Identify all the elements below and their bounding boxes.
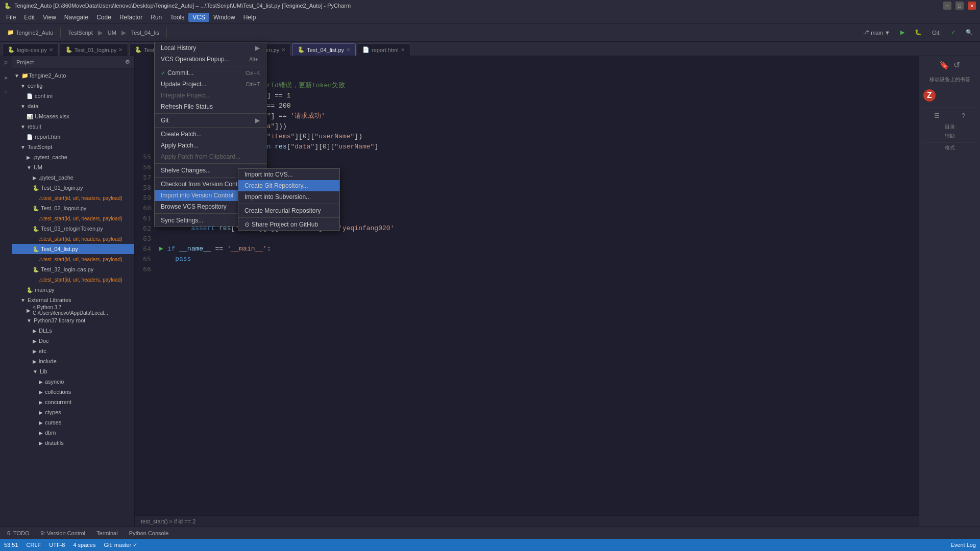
favorites-strip-icon[interactable]: ★: [1, 72, 11, 83]
debug-button[interactable]: 🐛: [912, 27, 925, 39]
tab-login-cas[interactable]: 🐍 login-cas.py ✕: [2, 43, 59, 56]
menu-vcs[interactable]: VCS: [188, 13, 209, 22]
event-log[interactable]: Event Log: [950, 542, 976, 548]
git-check[interactable]: ✓: [948, 27, 959, 39]
menu-view[interactable]: View: [39, 13, 60, 22]
tree-item-test02-method[interactable]: ⚠ test_start(id, url, headers, payload): [12, 213, 134, 223]
tree-item-umcases[interactable]: 📊 UMcases.xlsx: [12, 111, 134, 121]
bottom-tab-terminal[interactable]: Terminal: [91, 529, 123, 537]
maximize-button[interactable]: □: [955, 2, 964, 10]
tree-item-testscript[interactable]: ▼ TestScript: [12, 142, 134, 152]
tree-root[interactable]: ▼ 📁 Tengine2_Auto: [12, 70, 134, 81]
import-mercurial[interactable]: Create Mercurial Repository: [238, 205, 339, 216]
tree-item-python37-path[interactable]: ▶ < Python 3.7 C:\Users\lenovo\AppData\L…: [12, 305, 134, 315]
tree-item-concurrent[interactable]: ▶ concurrent: [12, 397, 134, 407]
tree-item-data[interactable]: ▼ data: [12, 101, 134, 111]
tree-item-test03-method[interactable]: ⚠ test_start(id, url, headers, payload): [12, 234, 134, 244]
tree-item-test04[interactable]: 🐍 Test_04_list.py: [12, 244, 134, 254]
tree-item-test03[interactable]: 🐍 Test_03_reloginToken.py: [12, 223, 134, 234]
html-icon: 📄: [27, 134, 33, 140]
menu-navigate[interactable]: Navigate: [60, 13, 92, 22]
tree-item-main[interactable]: 🐍 main.py: [12, 285, 134, 295]
close-button[interactable]: ✕: [968, 2, 976, 10]
vcs-update[interactable]: Update Project... Ctrl+T: [155, 79, 266, 90]
vcs-integrate[interactable]: Integrate Project...: [155, 90, 266, 101]
import-github[interactable]: ⊙ Share Project on GitHub: [238, 219, 339, 230]
tab-close[interactable]: ✕: [281, 47, 285, 53]
vcs-apply-patch-clipboard[interactable]: Apply Patch from Clipboard...: [155, 151, 266, 162]
project-strip-icon[interactable]: P: [1, 58, 11, 68]
tree-item-curses[interactable]: ▶ curses: [12, 417, 134, 428]
menu-tools[interactable]: Tools: [166, 13, 188, 22]
tree-item-ctypes[interactable]: ▶ ctypes: [12, 407, 134, 417]
tree-item-include[interactable]: ▶ include: [12, 356, 134, 366]
expand-icon: ▼: [20, 83, 26, 89]
tree-item-test01[interactable]: 🐍 Test_01_login.py: [12, 183, 134, 193]
run-button[interactable]: ▶: [897, 27, 908, 39]
menu-code[interactable]: Code: [92, 13, 115, 22]
tree-item-distutils[interactable]: ▶ distutils: [12, 438, 134, 448]
structure-strip-icon[interactable]: ≡: [1, 87, 11, 97]
tree-item-dlls[interactable]: ▶ DLLs: [12, 325, 134, 336]
file-breadcrumb[interactable]: Test_04_lis: [128, 27, 162, 39]
vcs-refresh[interactable]: Refresh File Status: [155, 101, 266, 112]
import-svn[interactable]: Import into Subversion...: [238, 191, 339, 203]
bottom-tab-python[interactable]: Python Console: [124, 529, 174, 537]
project-selector[interactable]: 📁 Tengine2_Auto: [4, 27, 56, 39]
vcs-operations-popup[interactable]: VCS Operations Popup... Alt+`: [155, 54, 266, 65]
tree-item-confini[interactable]: 📄 conf.ini: [12, 91, 134, 101]
vcs-local-history[interactable]: Local History ▶: [155, 42, 266, 54]
tree-item-report[interactable]: 📄 report.html: [12, 132, 134, 142]
tree-item-result[interactable]: ▼ result: [12, 121, 134, 132]
tab-test04[interactable]: 🐍 Test_04_list.py ✕: [292, 43, 356, 56]
tree-item-pytest-cache[interactable]: ▶ .pytest_cache: [12, 152, 134, 162]
tree-item-collections[interactable]: ▶ collections: [12, 387, 134, 397]
tree-item-config[interactable]: ▼ config: [12, 81, 134, 91]
search-everywhere-button[interactable]: 🔍: [963, 27, 976, 39]
tree-item-lib[interactable]: ▼ Lib: [12, 366, 134, 377]
tree-item-test32[interactable]: 🐍 Test_32_login-cas.py: [12, 264, 134, 274]
tree-item-pytest-cache2[interactable]: ▶ .pytest_cache: [12, 172, 134, 183]
test-script-breadcrumb[interactable]: TestScript: [65, 27, 95, 39]
tab-report[interactable]: 📄 report.html ✕: [357, 43, 410, 56]
import-create-git[interactable]: Create Git Repository...: [238, 180, 339, 191]
vcs-git[interactable]: Git ▶: [155, 115, 266, 126]
menu-help[interactable]: Help: [239, 13, 260, 22]
vcs-apply-patch[interactable]: Apply Patch...: [155, 140, 266, 151]
help-icon[interactable]: ?: [962, 112, 965, 119]
tree-item-doc[interactable]: ▶ Doc: [12, 336, 134, 346]
minimize-button[interactable]: ─: [943, 2, 951, 10]
tab-close[interactable]: ✕: [401, 47, 405, 53]
tab-close[interactable]: ✕: [346, 47, 350, 53]
tree-item-test32-method[interactable]: ⚠ test_start(id, url, headers, payload): [12, 274, 134, 285]
tree-item-external-libs[interactable]: ▼ External Libraries: [12, 295, 134, 305]
tab-test01[interactable]: 🐍 Test_01_login.py ✕: [60, 43, 129, 56]
import-cvs[interactable]: Import into CVS...: [238, 169, 339, 180]
tree-item-dbm[interactable]: ▶ dbm: [12, 428, 134, 438]
sidebar-settings-icon[interactable]: ⚙: [125, 59, 130, 65]
vcs-create-patch[interactable]: Create Patch...: [155, 129, 266, 140]
bottom-tab-todo[interactable]: 6: TODO: [2, 529, 35, 537]
tree-item-test01-method[interactable]: ⚠ test_start(id, url, headers, payload): [12, 193, 134, 203]
tab-close[interactable]: ✕: [49, 47, 53, 53]
contents-icon[interactable]: ☰: [934, 112, 940, 119]
user-avatar[interactable]: Z: [923, 89, 936, 102]
refresh-icon[interactable]: ↺: [953, 60, 960, 70]
branch-selector[interactable]: ⎇ main ▼: [860, 27, 893, 39]
bottom-tab-vc[interactable]: 9: Version Control: [36, 529, 90, 537]
tree-item-python37-root[interactable]: ▼ Python37 library root: [12, 315, 134, 325]
menu-edit[interactable]: Edit: [20, 13, 39, 22]
tree-item-test02[interactable]: 🐍 Test_02_logout.py: [12, 203, 134, 213]
menu-run[interactable]: Run: [146, 13, 166, 22]
menu-file[interactable]: File: [2, 13, 20, 22]
tree-item-asyncio[interactable]: ▶ asyncio: [12, 377, 134, 387]
bookmark-icon[interactable]: 🔖: [939, 60, 949, 70]
menu-window[interactable]: Window: [209, 13, 239, 22]
vcs-commit[interactable]: ✓Commit... Ctrl+K: [155, 67, 266, 79]
tree-item-test04-method[interactable]: ⚠ test_start(id, url, headers, payload): [12, 254, 134, 264]
tree-item-um[interactable]: ▼ UM: [12, 162, 134, 172]
tab-close[interactable]: ✕: [118, 47, 122, 53]
um-breadcrumb[interactable]: UM: [105, 27, 119, 39]
tree-item-etc[interactable]: ▶ etc: [12, 346, 134, 356]
menu-refactor[interactable]: Refactor: [115, 13, 146, 22]
